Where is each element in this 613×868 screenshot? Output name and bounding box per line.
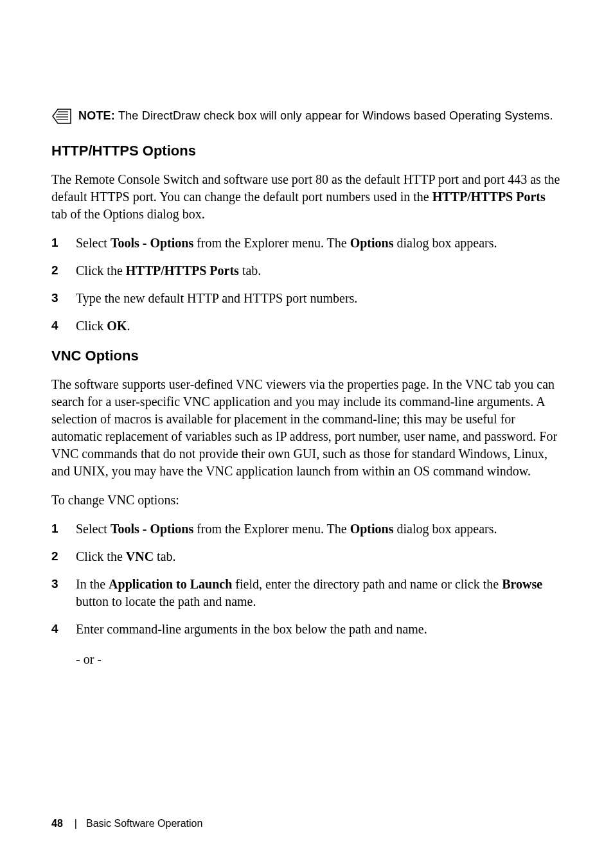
heading-http-https-options: HTTP/HTTPS Options bbox=[51, 143, 562, 159]
list-item: 1 Select Tools - Options from the Explor… bbox=[51, 235, 562, 252]
list-item: 3 In the Application to Launch field, en… bbox=[51, 576, 562, 610]
step-number: 1 bbox=[51, 235, 76, 251]
or-separator: - or - bbox=[76, 651, 562, 668]
list-item: 4 Enter command-line arguments in the bo… bbox=[51, 621, 562, 638]
text: In the bbox=[76, 577, 109, 591]
note-icon bbox=[51, 108, 72, 125]
list-item: 4 Click OK. bbox=[51, 317, 562, 335]
bold-vnc: VNC bbox=[126, 549, 154, 563]
step-number: 3 bbox=[51, 576, 76, 592]
text: field, enter the directory path and name… bbox=[232, 577, 502, 591]
page-number: 48 bbox=[51, 818, 63, 829]
text: Click the bbox=[76, 263, 126, 278]
bold-application-to-launch: Application to Launch bbox=[109, 577, 232, 591]
list-item: 2 Click the HTTP/HTTPS Ports tab. bbox=[51, 262, 562, 279]
text: Select bbox=[76, 522, 111, 536]
note-block: NOTE: The DirectDraw check box will only… bbox=[51, 108, 562, 125]
ordered-list-http: 1 Select Tools - Options from the Explor… bbox=[51, 235, 562, 335]
paragraph-vnc-change: To change VNC options: bbox=[51, 492, 562, 509]
step-text: Select Tools - Options from the Explorer… bbox=[76, 235, 562, 252]
bold-browse: Browse bbox=[502, 577, 542, 591]
footer-divider: | bbox=[75, 818, 77, 829]
list-item: 2 Click the VNC tab. bbox=[51, 548, 562, 565]
step-text: Click the HTTP/HTTPS Ports tab. bbox=[76, 262, 562, 279]
note-text: NOTE: The DirectDraw check box will only… bbox=[78, 108, 553, 123]
text: from the Explorer menu. The bbox=[193, 522, 350, 536]
bold-ok: OK bbox=[107, 319, 127, 333]
bold-tools-options: Tools - Options bbox=[111, 522, 193, 536]
list-item: 1 Select Tools - Options from the Explor… bbox=[51, 520, 562, 538]
step-number: 3 bbox=[51, 290, 76, 306]
text: tab. bbox=[239, 263, 261, 278]
note-label: NOTE: bbox=[78, 109, 115, 122]
text: tab of the Options dialog box. bbox=[51, 207, 205, 221]
text: Click the bbox=[76, 549, 126, 563]
text: . bbox=[127, 319, 130, 333]
paragraph-vnc-intro: The software supports user-defined VNC v… bbox=[51, 376, 562, 480]
footer-section-title: Basic Software Operation bbox=[86, 818, 202, 829]
step-text: Enter command-line arguments in the box … bbox=[76, 621, 562, 638]
bold-http-https-ports: HTTP/HTTPS Ports bbox=[432, 190, 546, 204]
step-text: Select Tools - Options from the Explorer… bbox=[76, 520, 562, 538]
paragraph-http-intro: The Remote Console Switch and software u… bbox=[51, 171, 562, 223]
step-number: 1 bbox=[51, 520, 76, 537]
text: dialog box appears. bbox=[393, 522, 497, 536]
heading-vnc-options: VNC Options bbox=[51, 348, 562, 364]
bold-tools-options: Tools - Options bbox=[111, 236, 193, 250]
list-item: 3 Type the new default HTTP and HTTPS po… bbox=[51, 290, 562, 307]
step-number: 2 bbox=[51, 548, 76, 565]
text: dialog box appears. bbox=[393, 236, 497, 250]
step-number: 2 bbox=[51, 262, 76, 279]
text: Click bbox=[76, 319, 107, 333]
note-body: The DirectDraw check box will only appea… bbox=[115, 109, 553, 122]
step-text: Click the VNC tab. bbox=[76, 548, 562, 565]
text: button to locate the path and name. bbox=[76, 594, 256, 608]
step-number: 4 bbox=[51, 621, 76, 637]
bold-options: Options bbox=[350, 236, 394, 250]
text: tab. bbox=[154, 549, 175, 563]
text: Select bbox=[76, 236, 111, 250]
ordered-list-vnc: 1 Select Tools - Options from the Explor… bbox=[51, 520, 562, 638]
page-footer: 48 | Basic Software Operation bbox=[51, 818, 202, 829]
step-text: Click OK. bbox=[76, 317, 562, 335]
step-number: 4 bbox=[51, 317, 76, 334]
bold-options: Options bbox=[350, 522, 394, 536]
step-text: Type the new default HTTP and HTTPS port… bbox=[76, 290, 562, 307]
text: from the Explorer menu. The bbox=[193, 236, 350, 250]
step-text: In the Application to Launch field, ente… bbox=[76, 576, 562, 610]
bold-http-https-ports: HTTP/HTTPS Ports bbox=[126, 263, 239, 278]
